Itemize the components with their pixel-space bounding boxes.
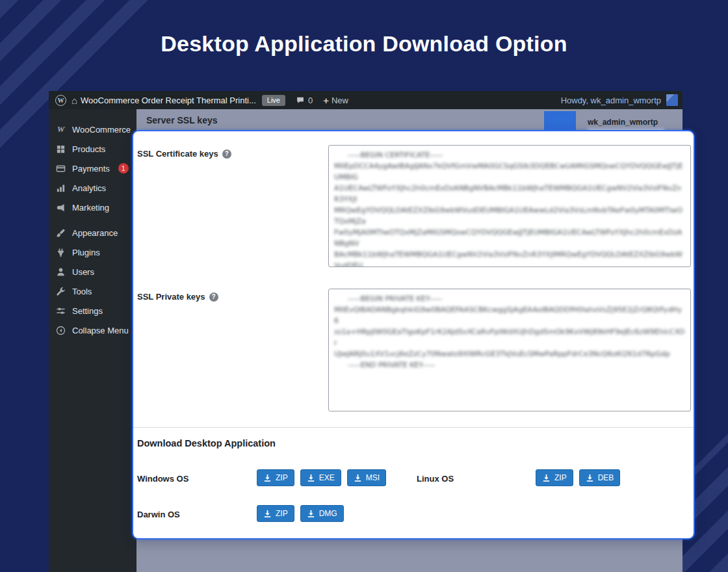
marketing-megaphone-icon [55, 203, 66, 213]
sidebar-item-collapse-menu[interactable]: Collapse Menu [49, 320, 136, 340]
download-darwin-dmg-button[interactable]: DMG [300, 505, 344, 522]
sidebar-item-marketing[interactable]: Marketing [49, 198, 136, 217]
page-title: Desktop Application Download Option [0, 31, 728, 57]
comments-count: 0 [308, 96, 313, 105]
new-label: New [332, 96, 348, 105]
admin-sidebar: W WooCommerce Products Payments 1 [49, 109, 136, 572]
admin-bar-avatar[interactable] [666, 94, 678, 106]
sidebar-item-label: Analytics [72, 183, 106, 193]
account-username: wk_admin_wmortp [588, 118, 658, 127]
sidebar-item-woocommerce[interactable]: W WooCommerce [49, 120, 136, 139]
button-label: EXE [319, 473, 335, 482]
sidebar-item-label: Products [72, 144, 105, 154]
ssl-private-key-value-blurred: -----BEGIN PRIVATE KEY----- MIIEvQIBADAN… [334, 293, 685, 370]
sidebar-item-users[interactable]: Users [49, 262, 136, 281]
download-linux-deb-button[interactable]: DEB [579, 469, 621, 486]
sidebar-item-label: Payments [72, 164, 110, 174]
sidebar-item-label: Appearance [72, 228, 118, 238]
ssl-certificate-value-blurred: -----BEGIN CERTIFICATE----- MIIEpDCCA4yg… [334, 150, 685, 267]
sidebar-item-settings[interactable]: Settings [49, 301, 136, 320]
ssl-private-key-textarea[interactable]: -----BEGIN PRIVATE KEY----- MIIEvQIBADAN… [328, 289, 691, 411]
wp-admin-bar: W ⌂ WooCommerce Order Receipt Thermal Pr… [49, 91, 682, 109]
new-content-link[interactable]: + New [323, 96, 348, 105]
appearance-brush-icon [55, 228, 66, 238]
products-icon [55, 144, 66, 154]
download-linux-zip-button[interactable]: ZIP [536, 469, 573, 486]
sidebar-item-label: Settings [72, 306, 103, 316]
linux-download-buttons: ZIP DEB [536, 469, 620, 486]
sidebar-item-label: Marketing [72, 203, 109, 213]
sidebar-item-analytics[interactable]: Analytics [49, 178, 136, 198]
download-windows-exe-button[interactable]: EXE [300, 469, 341, 486]
download-icon [307, 474, 315, 482]
analytics-icon [55, 183, 66, 193]
sidebar-item-label: Plugins [72, 248, 100, 257]
howdy-account-link[interactable]: Howdy, wk_admin_wmortp [561, 96, 661, 105]
download-darwin-zip-button[interactable]: ZIP [257, 505, 294, 522]
sidebar-item-label: Tools [72, 287, 92, 296]
sidebar-separator [49, 217, 136, 223]
button-label: DMG [319, 509, 337, 518]
ssl-certificate-textarea[interactable]: -----BEGIN CERTIFICATE----- MIIEpDCCA4yg… [328, 145, 691, 267]
label-text: SSL Certificate keys [137, 149, 218, 159]
download-icon [586, 474, 594, 482]
button-label: ZIP [276, 509, 288, 518]
windows-download-buttons: ZIP EXE MSI [257, 469, 386, 486]
sidebar-item-appearance[interactable]: Appearance [49, 223, 136, 242]
payments-count-badge: 1 [118, 163, 129, 174]
users-person-icon [55, 267, 66, 277]
darwin-download-buttons: ZIP DMG [257, 505, 344, 522]
collapse-menu-icon [55, 326, 66, 335]
download-icon [307, 510, 315, 518]
comment-bubble-icon [296, 96, 305, 105]
home-icon: ⌂ [72, 96, 77, 105]
help-icon[interactable]: ? [209, 292, 218, 302]
download-icon [263, 474, 272, 482]
wordpress-logo-icon[interactable]: W [55, 95, 66, 106]
live-badge: Live [262, 95, 285, 106]
settings-sliders-icon [55, 306, 66, 316]
ssl-private-key-label: SSL Private keys ? [137, 292, 218, 302]
comments-link[interactable]: 0 [296, 96, 313, 105]
download-icon [263, 510, 272, 518]
plugins-plug-icon [55, 248, 66, 257]
site-name-link[interactable]: WooCommerce Order Receipt Thermal Printi… [81, 96, 256, 105]
settings-page-heading: Server SSL keys [146, 115, 218, 125]
button-label: ZIP [276, 473, 288, 482]
woocommerce-icon: W [55, 124, 66, 135]
linux-os-label: Linux OS [417, 474, 454, 484]
download-section-heading: Download Desktop Application [137, 438, 276, 448]
plus-icon: + [323, 96, 329, 105]
ssl-settings-panel: SSL Certificate keys ? -----BEGIN CERTIF… [132, 130, 695, 540]
darwin-os-label: Darwin OS [137, 510, 180, 519]
sidebar-item-payments[interactable]: Payments 1 [49, 159, 136, 178]
sidebar-item-label: Users [72, 267, 94, 277]
button-label: ZIP [554, 473, 567, 482]
sidebar-item-products[interactable]: Products [49, 139, 136, 159]
download-windows-msi-button[interactable]: MSI [347, 469, 386, 486]
payments-icon [55, 164, 66, 174]
admin-bar-right: Howdy, wk_admin_wmortp [561, 94, 682, 106]
download-windows-zip-button[interactable]: ZIP [257, 469, 294, 486]
download-icon [354, 474, 362, 482]
sidebar-item-label: WooCommerce [72, 125, 131, 135]
section-divider [133, 427, 694, 428]
page: Desktop Application Download Option W ⌂ … [0, 0, 728, 572]
windows-os-label: Windows OS [137, 474, 188, 484]
sidebar-item-plugins[interactable]: Plugins [49, 242, 136, 262]
label-text: SSL Private keys [137, 292, 205, 302]
button-label: MSI [366, 473, 380, 482]
download-icon [542, 474, 551, 482]
sidebar-item-label: Collapse Menu [72, 326, 129, 335]
button-label: DEB [598, 473, 614, 482]
ssl-certificate-label: SSL Certificate keys ? [137, 149, 231, 159]
help-icon[interactable]: ? [222, 150, 231, 159]
tools-wrench-icon [55, 287, 66, 296]
sidebar-item-tools[interactable]: Tools [49, 281, 136, 301]
